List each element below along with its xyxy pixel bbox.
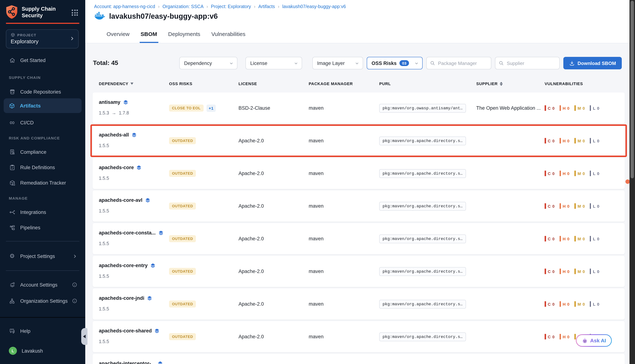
table-row[interactable]: apacheds-interceptor-... 1.5.5 → OUTDATE…	[93, 354, 625, 364]
license-cell: Apache-2.0	[239, 288, 309, 320]
app-grid-icon[interactable]	[72, 10, 78, 16]
filter-oss-risks[interactable]: OSS Risks 03	[367, 57, 422, 69]
oss-risk-badge: OUTDATED	[169, 235, 196, 242]
breadcrumb-artifacts[interactable]: Artifacts	[258, 4, 275, 9]
download-icon	[569, 60, 574, 66]
purl-chip[interactable]: pkg:maven/org.apache.directory.s…	[379, 332, 466, 341]
filter-dependency[interactable]: Dependency	[179, 57, 237, 69]
vulnerability-counts: C0H0M0L0	[545, 203, 599, 209]
sidebar-item-integrations[interactable]: Integrations	[0, 207, 85, 217]
tab-vulnerabilities[interactable]: Vulnerabilities	[210, 31, 247, 43]
table-row[interactable]: apacheds-core 1.5.5 → OUTDATED Apache-2.…	[93, 158, 625, 189]
table-row[interactable]: apacheds-all 1.5.5 → OUTDATED Apache-2.0…	[93, 125, 625, 156]
purl-chip[interactable]: pkg:maven/org.apache.directory.s…	[379, 300, 466, 308]
page-header: Account: app-harness-ng-cicd › Organizat…	[85, 0, 629, 43]
breadcrumb-account[interactable]: Account: app-harness-ng-cicd	[94, 4, 155, 9]
svg-text:?: ?	[11, 329, 12, 332]
sidebar-collapse-handle[interactable]	[81, 328, 87, 345]
breadcrumb-project[interactable]: Project: Exploratory	[211, 4, 251, 9]
tab-deployments[interactable]: Deployments	[167, 31, 201, 43]
sidebar-item-code-repositories[interactable]: Code Repositories	[0, 86, 85, 97]
table-row[interactable]: antisamy 1.5.3 → 1.7.8 CLOSE TO EOL+1 BS…	[93, 92, 625, 124]
column-dependency[interactable]: DEPENDENCY	[99, 82, 169, 86]
project-selector[interactable]: PROJECT Exploratory	[6, 29, 79, 48]
chevron-right-icon	[72, 254, 77, 258]
help-chat-icon: ?	[9, 328, 16, 334]
table-row[interactable]: apacheds-core-avl 1.5.5 → OUTDATED Apach…	[93, 190, 625, 222]
scrollbar-track[interactable]	[629, 0, 635, 364]
dependency-version: 1.5.5	[99, 143, 109, 148]
upgrade-arrow-icon: →	[112, 110, 116, 116]
vuln-count-l: L0	[590, 268, 599, 274]
table-row[interactable]: apacheds-core-entry 1.5.5 → OUTDATED Apa…	[93, 256, 625, 287]
scrollbar-thumb[interactable]	[630, 1, 634, 178]
supplier-input[interactable]	[506, 60, 559, 66]
oss-risk-badge: OUTDATED	[169, 333, 196, 340]
sidebar-divider	[6, 241, 79, 242]
tab-overview[interactable]: Overview	[105, 31, 131, 43]
download-sbom-button[interactable]: Download SBOM	[563, 57, 622, 69]
purl-chip[interactable]: pkg:maven/org.apache.directory.s…	[379, 234, 466, 243]
sidebar-item-rule-definitions[interactable]: Rule Definitions	[0, 162, 85, 172]
filter-license[interactable]: License	[246, 57, 302, 69]
sidebar-item-label: Pipelines	[20, 225, 40, 230]
tab-sbom[interactable]: SBOM	[139, 31, 158, 43]
sidebar-item-artifacts[interactable]: Artifacts	[4, 98, 82, 113]
vuln-count-c: C0	[545, 301, 555, 307]
column-license: LICENSE	[239, 82, 309, 86]
dependency-name: apacheds-core-consta...	[99, 230, 156, 236]
sidebar-item-organization-settings[interactable]: Organization Settings	[0, 296, 85, 306]
package-manager-cell: maven	[309, 223, 379, 254]
sidebar-item-cicd[interactable]: ∞ CI/CD	[0, 118, 85, 128]
vuln-count-m: M0	[574, 138, 585, 144]
dependency-name: apacheds-all	[99, 132, 129, 138]
info-icon[interactable]	[72, 282, 77, 287]
sidebar-item-help[interactable]: ? Help	[0, 326, 85, 336]
purl-chip[interactable]: pkg:maven/org.apache.directory.s…	[379, 169, 466, 178]
sort-desc-icon	[131, 82, 134, 85]
dependency-name: apacheds-core-shared	[99, 328, 152, 334]
sidebar-item-project-settings[interactable]: ⚙ Project Settings	[0, 251, 85, 261]
table-row[interactable]: apacheds-core-consta... 1.5.5 → OUTDATED…	[93, 223, 625, 254]
purl-chip[interactable]: pkg:maven/org.apache.directory.s…	[379, 202, 466, 210]
table-row[interactable]: apacheds-core-shared 1.5.5 → OUTDATED Ap…	[93, 321, 625, 352]
vuln-count-m: M0	[574, 170, 585, 176]
sidebar-item-label: Get Started	[20, 58, 46, 63]
sidebar-item-get-started[interactable]: Get Started	[0, 55, 85, 65]
vuln-count-h: H0	[559, 203, 570, 209]
sidebar-item-account-settings[interactable]: Account Settings	[0, 280, 85, 290]
column-supplier[interactable]: SUPPLIER	[476, 82, 545, 86]
license-cell: Apache-2.0	[239, 158, 309, 189]
table-row[interactable]: apacheds-core-jndi 1.5.5 → OUTDATED Apac…	[93, 288, 625, 320]
package-manager-input[interactable]	[437, 60, 491, 66]
project-name: Exploratory	[11, 38, 74, 44]
filter-image-layer[interactable]: Image Layer	[312, 57, 363, 69]
oss-risk-badge[interactable]: +1	[206, 104, 216, 112]
breadcrumb-artifact-name[interactable]: lavakush07/easy-buggy-app:v6	[282, 4, 346, 9]
breadcrumb-separator: ›	[254, 4, 255, 9]
vuln-count-c: C0	[545, 138, 555, 144]
ask-ai-button[interactable]: Ask AI	[576, 334, 612, 347]
dependency-name: apacheds-core-avl	[99, 198, 142, 203]
sidebar-item-remediation-tracker[interactable]: Remediation Tracker	[0, 178, 85, 188]
sidebar-item-pipelines[interactable]: Pipelines	[0, 222, 85, 233]
project-cube-icon	[11, 33, 15, 37]
purl-chip[interactable]: pkg:maven/org.apache.directory.s…	[379, 136, 466, 145]
sidebar-item-label: Remediation Tracker	[20, 180, 66, 186]
breadcrumb-organization[interactable]: Organization: SSCA	[162, 4, 203, 9]
sidebar-item-compliance[interactable]: Compliance	[0, 147, 85, 157]
vuln-count-l: L0	[590, 170, 599, 176]
oss-risk-badge: CLOSE TO EOL	[169, 104, 203, 112]
purl-chip[interactable]: pkg:maven/org.owasp.antisamy/ant…	[379, 104, 466, 112]
vulnerability-counts: C0H0M0L0	[545, 301, 599, 307]
layers-icon	[158, 361, 163, 364]
compliance-doc-icon	[9, 149, 16, 155]
purl-chip[interactable]: pkg:maven/org.apache.directory.s…	[379, 267, 466, 276]
sidebar-item-label: Rule Definitions	[20, 164, 55, 170]
license-cell: BSD-2-Clause	[239, 92, 309, 124]
info-icon[interactable]	[72, 298, 77, 304]
package-manager-search	[426, 57, 491, 69]
sidebar-item-label: Project Settings	[20, 253, 55, 259]
oss-risk-badges: OUTDATED	[169, 170, 196, 177]
user-menu[interactable]: L Lavakush	[0, 346, 85, 356]
